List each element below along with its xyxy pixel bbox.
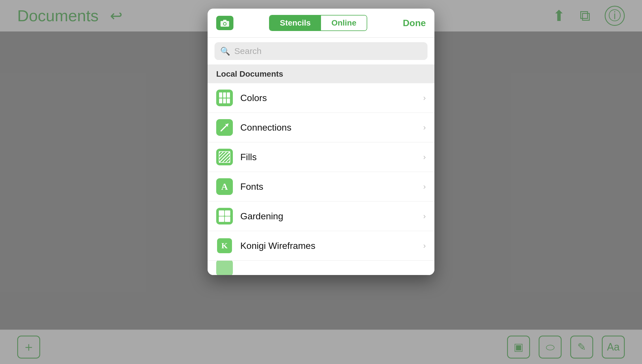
konigi-letter: K <box>221 241 228 250</box>
camera-icon[interactable] <box>216 16 233 30</box>
chevron-icon: › <box>423 182 426 191</box>
item-label: Fonts <box>240 181 423 192</box>
search-placeholder: Search <box>234 46 262 56</box>
item-label: Konigi Wireframes <box>240 241 423 251</box>
list-item[interactable]: Connections › <box>208 113 434 142</box>
list-item[interactable]: A Fonts › <box>208 172 434 202</box>
online-tab[interactable]: Online <box>321 16 367 30</box>
svg-rect-3 <box>223 20 227 21</box>
section-title: Local Documents <box>216 69 283 78</box>
segment-control: Stencils Online <box>269 15 368 31</box>
fonts-icon: A <box>216 178 233 195</box>
fills-icon <box>216 149 233 165</box>
list-item-partial <box>208 261 434 275</box>
list-item[interactable]: K Konigi Wireframes › <box>208 231 434 261</box>
item-label: Connections <box>240 122 423 133</box>
stencils-tab[interactable]: Stencils <box>270 16 321 30</box>
fonts-letter: A <box>221 181 228 192</box>
item-label: Gardening <box>240 211 423 222</box>
list-item[interactable]: Fills › <box>208 142 434 172</box>
chevron-icon: › <box>423 152 426 162</box>
colors-icon <box>216 90 233 106</box>
gardening-icon <box>216 208 233 224</box>
search-icon: 🔍 <box>220 47 230 56</box>
svg-point-2 <box>224 23 226 25</box>
search-container: 🔍 Search <box>208 38 434 65</box>
document-list: Colors › Connections › <box>208 83 434 275</box>
list-item[interactable]: Colors › <box>208 83 434 113</box>
partial-icon <box>216 261 233 275</box>
list-item[interactable]: Gardening › <box>208 202 434 231</box>
item-label: Fills <box>240 152 423 162</box>
modal-overlay: Stencils Online Done 🔍 Search Local Docu… <box>0 0 642 364</box>
chevron-icon: › <box>423 212 426 221</box>
section-header: Local Documents <box>208 65 434 83</box>
chevron-icon: › <box>423 93 426 102</box>
chevron-icon: › <box>423 123 426 132</box>
done-button[interactable]: Done <box>403 16 426 31</box>
stencils-modal: Stencils Online Done 🔍 Search Local Docu… <box>208 9 434 275</box>
konigi-icon: K <box>216 237 233 254</box>
search-bar[interactable]: 🔍 Search <box>214 42 428 60</box>
connections-icon <box>216 119 233 136</box>
item-label: Colors <box>240 93 423 103</box>
modal-header: Stencils Online Done <box>208 9 434 38</box>
chevron-icon: › <box>423 241 426 250</box>
